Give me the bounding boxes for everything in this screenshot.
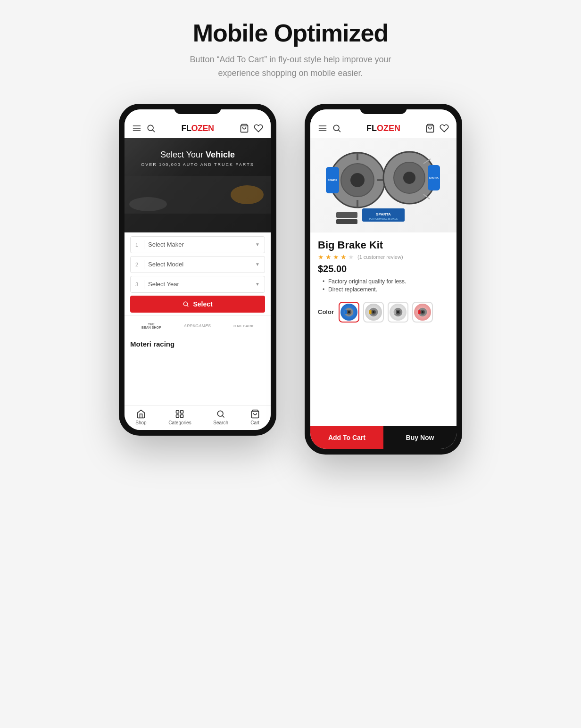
svg-point-10	[184, 302, 188, 306]
search-button[interactable]: Select	[130, 296, 265, 313]
phone2-header-right	[425, 124, 449, 133]
form-divider-2	[144, 260, 144, 269]
svg-text:SPARTA: SPARTA	[429, 176, 439, 179]
color-label: Color	[318, 308, 334, 315]
search-btn-label: Select	[193, 300, 212, 308]
svg-rect-49	[345, 310, 347, 314]
svg-text:PERFORMANCE BRAKES: PERFORMANCE BRAKES	[369, 217, 398, 220]
form-divider-1	[144, 240, 144, 249]
star-2: ★	[325, 253, 332, 261]
phone2-notch	[360, 104, 407, 114]
swatch-red-disc	[418, 307, 427, 317]
page-header: Mobile Optimized Button “Add To Cart” in…	[173, 19, 408, 80]
add-to-cart-button[interactable]: Add To Cart	[310, 426, 383, 449]
nav-search-label: Search	[213, 420, 228, 425]
phone2-cart-icon[interactable]	[425, 124, 435, 133]
nav-shop-label: Shop	[135, 420, 146, 425]
svg-point-56	[397, 311, 399, 313]
shop-icon	[136, 409, 146, 419]
svg-rect-57	[394, 310, 396, 314]
svg-point-8	[129, 197, 167, 211]
search-btn-icon	[183, 301, 189, 307]
phone2-search-icon[interactable]	[332, 124, 341, 133]
swatch-blue-inner	[340, 304, 357, 321]
svg-rect-9	[124, 214, 271, 232]
form-divider-3	[144, 280, 144, 289]
nav-cart-label: Cart	[250, 420, 259, 425]
page-title: Mobile Optimized	[173, 19, 408, 47]
phone1-form: 1 Select Maker ▼ 2 Select Model ▼ 3 Sele…	[124, 236, 271, 313]
form-label-year: Select Year	[148, 281, 255, 288]
phone2-menu-icon[interactable]	[318, 124, 327, 133]
svg-line-17	[223, 415, 224, 417]
cart-icon[interactable]	[240, 124, 249, 133]
swatch-gold-disc	[369, 307, 378, 317]
phone1-bottom-nav: Shop Categories Search	[124, 405, 271, 430]
menu-icon[interactable]	[132, 124, 141, 133]
phone2-frame: FLOZEN	[305, 104, 462, 455]
phone1-logo-accent: OZEN	[191, 124, 214, 133]
phone1-notch	[174, 104, 221, 114]
form-label-maker: Select Maker	[148, 241, 255, 248]
phone1-hero-subtitle: OVER 100,000 AUTO AND TRUCK PARTS	[132, 162, 263, 167]
color-swatch-blue[interactable]	[339, 302, 359, 323]
svg-rect-13	[181, 410, 183, 413]
form-label-model: Select Model	[148, 261, 255, 268]
phone2-features: Factory original quality for less. Direc…	[318, 278, 449, 293]
phone2-action-bar: Add To Cart Buy Now	[310, 426, 456, 449]
svg-rect-42	[336, 212, 357, 218]
svg-text:SPARTA: SPARTA	[376, 212, 391, 216]
phone1-frame: FLOZEN	[119, 104, 276, 436]
phone2-wishlist-icon[interactable]	[440, 124, 449, 133]
svg-rect-14	[176, 414, 179, 417]
brand-bean-shop: THEBEAN SHOP	[141, 323, 161, 330]
nav-search-icon	[216, 409, 225, 419]
color-swatch-red[interactable]	[412, 302, 433, 323]
form-arrow-3: ▼	[255, 281, 260, 287]
nav-shop[interactable]: Shop	[135, 409, 146, 425]
form-arrow-2: ▼	[255, 262, 260, 267]
phone2-screen: FLOZEN	[310, 109, 456, 449]
form-row-model[interactable]: 2 Select Model ▼	[130, 256, 265, 273]
phone1-hero: Select Your Vehicle OVER 100,000 AUTO AN…	[124, 138, 271, 232]
phone1-brands: THEBEAN SHOP APPXGAMES OAK BARK	[124, 315, 271, 336]
phone1-header-left	[132, 124, 156, 133]
search-icon[interactable]	[146, 124, 156, 133]
svg-point-60	[422, 311, 424, 313]
form-row-num-3: 3	[135, 281, 140, 287]
nav-categories-label: Categories	[168, 420, 191, 425]
phone1-product-teaser: Moteri racing	[124, 336, 271, 348]
phone1-hero-content: Select Your Vehicle OVER 100,000 AUTO AN…	[132, 149, 263, 167]
color-swatch-silver[interactable]	[388, 302, 408, 323]
phone1-product-title: Moteri racing	[130, 340, 265, 348]
swatch-red-inner	[414, 304, 431, 321]
nav-categories[interactable]: Categories	[168, 409, 191, 425]
svg-point-36	[403, 172, 415, 184]
phone2-product-info: Big Brake Kit ★ ★ ★ ★ ★ (1 customer revi…	[310, 232, 456, 297]
nav-search[interactable]: Search	[213, 409, 228, 425]
phone1-hero-title: Select Your Vehicle	[132, 149, 263, 160]
phone2-product-name: Big Brake Kit	[318, 239, 449, 251]
svg-rect-12	[176, 410, 179, 413]
buy-now-button[interactable]: Buy Now	[383, 426, 456, 449]
brake-kit-svg: SPARTA SPARTA SPARTA PERFORMANCE BRAKES	[322, 142, 445, 227]
categories-icon	[175, 409, 184, 419]
svg-line-23	[339, 130, 340, 132]
swatch-gold-inner	[365, 304, 382, 321]
star-3: ★	[333, 253, 339, 261]
nav-cart[interactable]: Cart	[250, 409, 260, 425]
phone1-logo: FLOZEN	[181, 124, 214, 133]
svg-text:SPARTA: SPARTA	[328, 179, 337, 182]
phone2-logo: FLOZEN	[366, 124, 400, 133]
form-row-maker[interactable]: 1 Select Maker ▼	[130, 236, 265, 253]
swatch-blue-disc	[344, 307, 354, 317]
form-row-num-2: 2	[135, 262, 140, 267]
color-swatch-gold[interactable]	[363, 302, 384, 323]
svg-point-27	[350, 173, 365, 187]
feature-1: Factory original quality for less.	[323, 278, 449, 285]
form-row-year[interactable]: 3 Select Year ▼	[130, 276, 265, 293]
wishlist-icon[interactable]	[254, 124, 263, 133]
svg-point-7	[231, 185, 264, 204]
form-row-num-1: 1	[135, 242, 140, 248]
swatch-silver-inner	[390, 304, 407, 321]
